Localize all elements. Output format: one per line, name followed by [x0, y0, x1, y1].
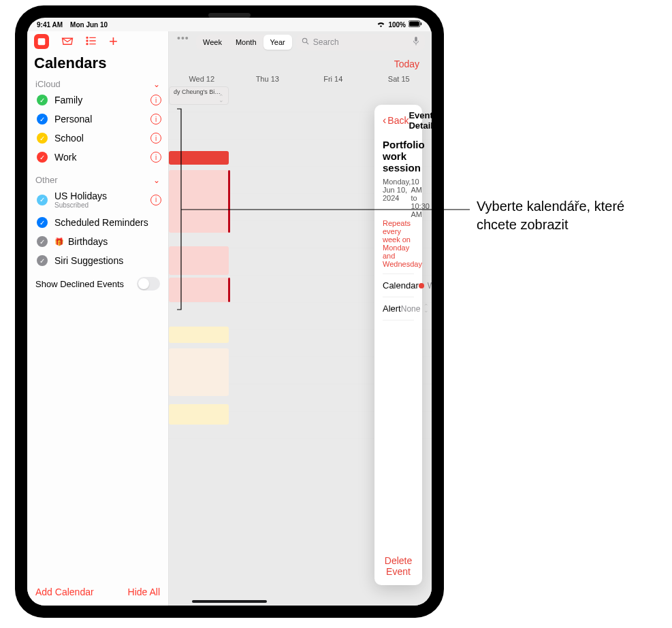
battery-pct: 100%: [388, 21, 406, 29]
show-declined-label: Show Declined Events: [35, 279, 124, 289]
segment-year[interactable]: Year: [263, 35, 292, 50]
calendar-item-birthdays[interactable]: ✓ 🎁 Birthdays: [27, 232, 168, 251]
chevron-down-icon: ⌄: [153, 176, 160, 185]
status-date: Mon Jun 10: [70, 21, 108, 29]
svg-point-9: [86, 43, 88, 44]
wifi-icon: [377, 20, 385, 29]
event-chip-label: dy Cheung's Bi…: [174, 88, 221, 95]
svg-rect-1: [409, 22, 419, 27]
inbox-icon[interactable]: [61, 36, 74, 48]
check-dot-icon: ✓: [37, 133, 48, 144]
svg-line-12: [306, 42, 308, 44]
check-dot-icon: ✓: [37, 195, 48, 205]
list-icon[interactable]: [86, 36, 97, 48]
show-declined-row: Show Declined Events: [27, 270, 168, 297]
mic-icon[interactable]: [413, 37, 419, 48]
svg-point-7: [86, 40, 88, 42]
calendar-label: School: [54, 133, 144, 144]
info-icon[interactable]: i: [150, 195, 161, 205]
calendar-sublabel: Subscribed: [54, 201, 144, 209]
calendar-label: Work: [54, 152, 144, 163]
status-bar: 9:41 AM Mon Jun 10 100%: [27, 18, 432, 31]
day-header[interactable]: Wed 12: [169, 75, 235, 83]
battery-icon: [409, 20, 422, 29]
calendar-item-personal[interactable]: ✓ Personal i: [27, 110, 168, 129]
calendar-label: US Holidays Subscribed: [54, 191, 144, 209]
device-notch: [208, 13, 251, 18]
section-other[interactable]: Other ⌄: [27, 172, 168, 186]
status-right: 100%: [377, 20, 422, 29]
chevron-down-icon: ⌄: [153, 80, 160, 89]
check-dot-icon: ✓: [37, 114, 48, 125]
status-left: 9:41 AM Mon Jun 10: [37, 21, 108, 29]
event-block[interactable]: [169, 404, 229, 425]
info-icon[interactable]: i: [150, 95, 161, 105]
search-icon: [302, 37, 309, 47]
segment-month[interactable]: Month: [229, 35, 263, 50]
calendar-label: Birthdays: [68, 236, 161, 247]
sidebar-title: Calendars: [27, 50, 168, 76]
check-dot-icon: ✓: [37, 217, 48, 228]
event-block[interactable]: [169, 348, 229, 396]
calendar-item-scheduled-reminders[interactable]: ✓ Scheduled Reminders: [27, 213, 168, 232]
day-header[interactable]: Thu 13: [235, 75, 301, 83]
add-calendar-button[interactable]: Add Calendar: [35, 586, 94, 597]
day-header[interactable]: Sat 15: [366, 75, 432, 83]
calendar-item-family[interactable]: ✓ Family i: [27, 90, 168, 110]
gift-icon: 🎁: [54, 237, 64, 246]
calendar-item-us-holidays[interactable]: ✓ US Holidays Subscribed i: [27, 186, 168, 213]
view-segmented-control[interactable]: Week Month Year: [196, 35, 292, 50]
search-field[interactable]: Search: [296, 34, 425, 50]
svg-rect-13: [415, 37, 417, 42]
svg-point-5: [86, 37, 88, 38]
svg-rect-2: [421, 22, 422, 25]
calendars-sidebar: + Calendars iCloud ⌄ ✓ Family i ✓: [27, 31, 169, 606]
sidebar-footer: Add Calendar Hide All: [27, 578, 168, 606]
calendar-label: Personal: [54, 114, 144, 125]
top-controls: Week Month Year Search: [169, 31, 432, 54]
show-declined-toggle[interactable]: [137, 277, 160, 291]
delete-event-button[interactable]: Delete Event: [374, 547, 422, 585]
check-dot-icon: ✓: [37, 152, 48, 163]
section-other-label: Other: [35, 175, 58, 185]
callout-text: Vyberte kalendáře, které chcete zobrazit: [477, 197, 654, 234]
section-icloud[interactable]: iCloud ⌄: [27, 76, 168, 90]
calendar-item-siri-suggestions[interactable]: ✓ Siri Suggestions: [27, 251, 168, 270]
calendar-item-school[interactable]: ✓ School i: [27, 129, 168, 148]
day-header[interactable]: Fri 14: [300, 75, 366, 83]
svg-rect-4: [38, 38, 46, 40]
hide-all-button[interactable]: Hide All: [128, 586, 160, 597]
add-icon[interactable]: +: [109, 34, 118, 49]
sidebar-toolbar: +: [27, 31, 168, 50]
info-icon[interactable]: i: [150, 133, 161, 144]
home-indicator[interactable]: [192, 600, 267, 603]
check-dot-icon: ✓: [37, 255, 48, 266]
allday-event-chip[interactable]: dy Cheung's Bi… ⌃⌄: [169, 86, 229, 105]
search-placeholder: Search: [313, 37, 409, 47]
svg-point-11: [302, 38, 306, 42]
calendar-list[interactable]: iCloud ⌄ ✓ Family i ✓ Personal i ✓: [27, 76, 168, 578]
day-headers: Wed 12 Thu 13 Fri 14 Sat 15: [169, 75, 432, 86]
callout-bracket: [177, 105, 477, 330]
status-time: 9:41 AM: [37, 21, 63, 29]
check-dot-icon: ✓: [37, 95, 48, 105]
segment-week[interactable]: Week: [196, 35, 229, 50]
today-button[interactable]: Today: [169, 54, 432, 75]
up-down-icon: ⌃⌄: [219, 95, 224, 103]
calendar-label: Family: [54, 95, 144, 105]
info-icon[interactable]: i: [150, 114, 161, 125]
calendar-label: Scheduled Reminders: [54, 217, 161, 228]
calendar-item-work[interactable]: ✓ Work i: [27, 148, 168, 167]
info-icon[interactable]: i: [150, 152, 161, 163]
section-icloud-label: iCloud: [35, 79, 61, 89]
calendar-label-text: US Holidays: [54, 191, 107, 201]
check-dot-icon: ✓: [37, 236, 48, 247]
calendar-label: Siri Suggestions: [54, 255, 161, 266]
calendar-icon[interactable]: [34, 34, 49, 49]
